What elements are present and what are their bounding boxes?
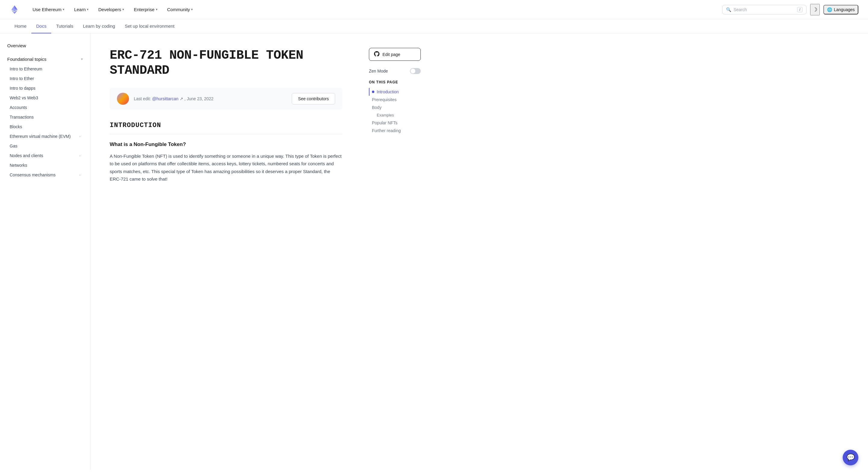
toc-panel: Edit page Zen Mode ON THIS PAGE Introduc… [362, 33, 428, 470]
zen-mode-label: Zen Mode [369, 69, 388, 73]
nav-community[interactable]: Community ▾ [164, 4, 197, 14]
zen-mode-toggle[interactable] [410, 68, 421, 74]
zen-mode-row: Zen Mode [369, 68, 421, 74]
edit-meta: Last edit: @hursittarcan ↗ , June 23, 20… [110, 88, 342, 109]
nav-learn[interactable]: Learn ▾ [70, 4, 92, 14]
introduction-heading: INTRODUCTION [110, 122, 342, 129]
chevron-down-icon: ▾ [81, 57, 83, 61]
main-layout: Overview Foundational topics ▾ Intro to … [0, 33, 868, 470]
chevron-right-icon: › [79, 154, 81, 158]
subnav-tutorials[interactable]: Tutorials [51, 19, 78, 33]
intro-paragraph: A Non-Fungible Token (NFT) is used to id… [110, 152, 342, 183]
chevron-down-icon: ▾ [87, 7, 89, 11]
chevron-down-icon: ▾ [191, 7, 193, 11]
sidebar-item-consensus[interactable]: Consensus mechanisms › [0, 170, 90, 180]
toc-item-popular-nfts[interactable]: Popular NFTs [369, 119, 421, 127]
see-contributors-button[interactable]: See contributors [292, 93, 335, 104]
search-icon: 🔍 [726, 7, 731, 12]
chevron-down-icon: ▾ [122, 7, 124, 11]
subnav-learn-by-coding[interactable]: Learn by coding [78, 19, 120, 33]
chevron-right-icon: › [79, 135, 81, 138]
search-shortcut: / [797, 7, 802, 12]
ethereum-logo[interactable] [10, 5, 19, 14]
sidebar-item-blocks[interactable]: Blocks [0, 122, 90, 132]
toc-item-examples[interactable]: Examples [369, 111, 421, 119]
sidebar: Overview Foundational topics ▾ Intro to … [0, 33, 90, 470]
top-nav: Use Ethereum ▾ Learn ▾ Developers ▾ Ente… [0, 0, 868, 19]
search-placeholder: Search [734, 7, 795, 12]
subnav-home[interactable]: Home [10, 19, 31, 33]
toc-item-further-reading[interactable]: Further reading [369, 127, 421, 135]
what-is-nft-heading: What is a Non-Fungible Token? [110, 141, 342, 147]
globe-icon: 🌐 [827, 7, 832, 12]
nav-use-ethereum[interactable]: Use Ethereum ▾ [29, 4, 68, 14]
edit-page-button[interactable]: Edit page [369, 48, 421, 61]
chevron-down-icon: ▾ [156, 7, 158, 11]
nav-right: 🔍 Search / ☽ 🌐 Languages [722, 4, 858, 15]
dark-mode-toggle[interactable]: ☽ [810, 4, 820, 15]
toc-item-prerequisites[interactable]: Prerequisites [369, 96, 421, 104]
sidebar-foundational-topics[interactable]: Foundational topics ▾ [0, 54, 90, 64]
language-selector[interactable]: 🌐 Languages [824, 5, 858, 14]
toc-active-dot [372, 91, 374, 93]
search-box[interactable]: 🔍 Search / [722, 5, 807, 14]
toc-item-introduction[interactable]: Introduction [369, 88, 421, 96]
section-divider [110, 134, 342, 134]
on-this-page-label: ON THIS PAGE [369, 80, 421, 84]
sidebar-item-intro-ether[interactable]: Intro to Ether [0, 74, 90, 83]
sidebar-overview[interactable]: Overview [0, 41, 90, 50]
nav-links: Use Ethereum ▾ Learn ▾ Developers ▾ Ente… [29, 4, 722, 14]
nav-developers[interactable]: Developers ▾ [95, 4, 128, 14]
github-icon [374, 51, 379, 58]
sidebar-item-intro-dapps[interactable]: Intro to dapps [0, 83, 90, 93]
sub-nav: Home Docs Tutorials Learn by coding Set … [0, 19, 868, 33]
page-title: ERC-721 NON-FUNGIBLE TOKEN STANDARD [110, 48, 342, 78]
editor-link[interactable]: @hursittarcan [152, 96, 179, 101]
subnav-local-env[interactable]: Set up local environment [120, 19, 179, 33]
subnav-docs[interactable]: Docs [31, 19, 51, 33]
sidebar-item-intro-ethereum[interactable]: Intro to Ethereum [0, 64, 90, 74]
sidebar-item-evm[interactable]: Ethereum virtual machine (EVM) › [0, 132, 90, 141]
nav-enterprise[interactable]: Enterprise ▾ [130, 4, 161, 14]
sidebar-item-nodes-clients[interactable]: Nodes and clients › [0, 151, 90, 161]
arrow-external-icon: ↗ [180, 96, 183, 101]
feedback-button[interactable]: 💬 [843, 450, 858, 465]
main-content: ERC-721 NON-FUNGIBLE TOKEN STANDARD Last… [90, 33, 362, 470]
sidebar-item-networks[interactable]: Networks [0, 161, 90, 170]
sidebar-item-gas[interactable]: Gas [0, 141, 90, 151]
edit-meta-text: Last edit: @hursittarcan ↗ , June 23, 20… [134, 96, 287, 101]
sidebar-item-web2-vs-web3[interactable]: Web2 vs Web3 [0, 93, 90, 103]
chevron-right-icon: › [79, 173, 81, 177]
toc-item-body[interactable]: Body [369, 104, 421, 111]
chevron-down-icon: ▾ [63, 7, 64, 11]
avatar [117, 93, 129, 105]
sidebar-item-accounts[interactable]: Accounts [0, 103, 90, 112]
sidebar-item-transactions[interactable]: Transactions [0, 112, 90, 122]
